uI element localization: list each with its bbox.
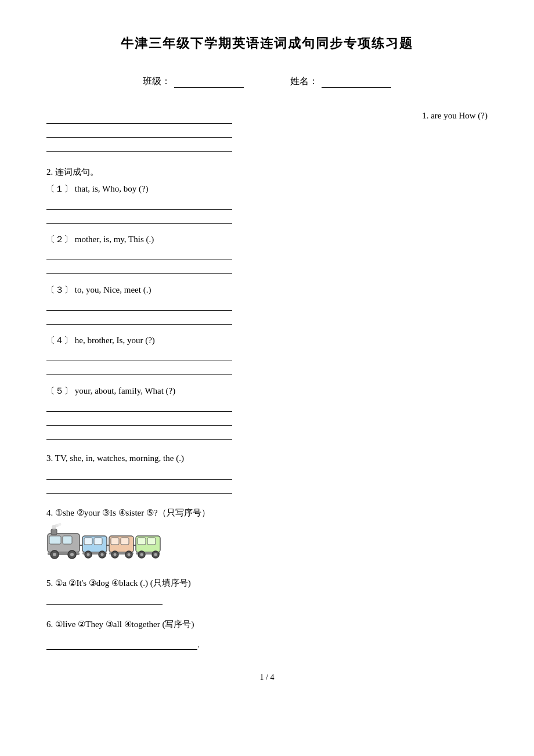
svg-point-32 [154,553,157,556]
question-2: 2. 连词成句。 〔１〕 that, is, Who, boy (?) 〔２〕 … [46,167,488,440]
q2-item-2: 〔２〕 mother, is, my, This (.) [46,234,488,274]
q1-line-1 [46,111,232,124]
svg-rect-19 [121,538,129,545]
svg-point-8 [70,553,74,556]
q6-label: 6. ①live ②They ③all ④together (写序号) [46,619,488,630]
q2-item-4-words: he, brother, Is, your (?) [75,336,155,345]
svg-rect-1 [49,536,61,544]
class-label: 班级： [143,75,171,88]
q2-3-line-2 [46,312,232,325]
q2-4-line-1 [46,348,232,361]
q3-line-2 [46,481,232,494]
name-label: 姓名： [290,75,318,88]
q2-label: 2. 连词成句。 [46,167,488,178]
q2-5-line-2 [46,413,232,426]
q2-item-3-label: 〔３〕 to, you, Nice, meet (.) [46,285,488,296]
q2-5-line-3 [46,427,232,440]
svg-rect-4 [51,529,57,535]
form-row: 班级： 姓名： [46,75,488,88]
svg-point-16 [101,553,104,556]
q2-item-1-words: that, is, Who, boy (?) [75,184,149,193]
svg-point-37 [55,524,59,527]
svg-point-6 [53,553,56,556]
question-5: 5. ①a ②It's ③dog ④black (.) (只填序号) [46,578,488,605]
q2-item-5-label: 〔５〕 your, about, family, What (?) [46,386,488,397]
q2-item-1-label: 〔１〕 that, is, Who, boy (?) [46,183,488,195]
q2-item-3-words: to, you, Nice, meet (.) [75,285,151,294]
q2-5-line-1 [46,399,232,412]
q2-item-3-number: 〔３〕 [46,285,73,294]
question-1: 1. are you How (?) [46,111,488,153]
q2-item-4-number: 〔４〕 [46,336,73,345]
q2-item-5-number: 〔５〕 [46,386,73,395]
question-4: 4. ①she ②your ③Is ④sister ⑤?（只写序号） [46,507,488,564]
q1-line-3 [46,139,232,152]
svg-rect-11 [94,538,102,545]
svg-point-38 [59,523,62,526]
q2-item-5-lines [46,399,488,440]
q1-line-2 [46,125,232,138]
q3-answer-lines [46,467,488,494]
q2-item-1-number: 〔１〕 [46,184,73,193]
svg-point-22 [114,553,117,556]
page-number: 1 / 4 [46,673,488,682]
q2-item-1-lines [46,197,488,224]
q2-1-line-2 [46,211,232,224]
q2-item-5-words: your, about, family, What (?) [75,386,176,395]
svg-rect-26 [138,538,146,545]
q3-line-1 [46,467,232,480]
svg-rect-2 [63,536,72,544]
svg-rect-27 [147,538,156,545]
q2-2-line-2 [46,261,232,274]
q2-item-2-number: 〔２〕 [46,235,73,244]
q2-item-1: 〔１〕 that, is, Who, boy (?) [46,183,488,224]
class-input[interactable] [174,76,244,88]
q2-4-line-2 [46,362,232,375]
class-field: 班级： [143,75,244,88]
q1-answer-lines [46,111,371,153]
svg-rect-18 [111,538,119,545]
q2-item-2-label: 〔２〕 mother, is, my, This (.) [46,234,488,245]
q2-item-3: 〔３〕 to, you, Nice, meet (.) [46,285,488,325]
svg-rect-10 [84,538,92,545]
name-input[interactable] [322,76,391,88]
svg-point-30 [140,553,143,556]
q2-item-4-lines [46,348,488,375]
train-image [46,523,488,564]
q2-1-line-1 [46,197,232,210]
train-svg [46,523,186,564]
svg-point-24 [128,553,131,556]
q1-prompt: 1. are you How (?) [371,111,488,121]
q6-answer-line [46,637,197,650]
q6-line-row: . [46,633,488,650]
q2-2-line-1 [46,247,232,260]
svg-point-14 [87,553,90,556]
name-field: 姓名： [290,75,391,88]
q2-item-4-label: 〔４〕 he, brother, Is, your (?) [46,335,488,346]
q6-period: . [197,640,200,650]
q4-label: 4. ①she ②your ③Is ④sister ⑤?（只写序号） [46,507,488,519]
page-title: 牛津三年级下学期英语连词成句同步专项练习题 [46,35,488,52]
q2-item-5: 〔５〕 your, about, family, What (?) [46,386,488,440]
q3-label: 3. TV, she, in, watches, morning, the (.… [46,453,488,463]
q2-item-2-lines [46,247,488,274]
q5-label: 5. ①a ②It's ③dog ④black (.) (只填序号) [46,578,488,589]
q2-3-line-1 [46,298,232,311]
q2-item-4: 〔４〕 he, brother, Is, your (?) [46,335,488,375]
q2-item-3-lines [46,298,488,325]
question-6: 6. ①live ②They ③all ④together (写序号) . [46,619,488,650]
q5-answer-line [46,592,163,605]
question-3: 3. TV, she, in, watches, morning, the (.… [46,453,488,494]
q2-item-2-words: mother, is, my, This (.) [75,235,154,244]
